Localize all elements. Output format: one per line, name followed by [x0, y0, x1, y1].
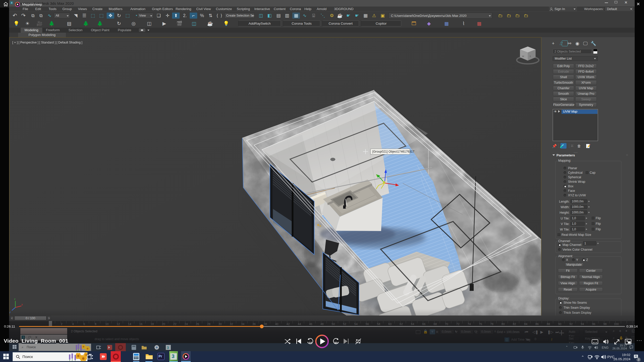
svg-text:y: y	[376, 174, 378, 177]
svg-text:y: y	[10, 310, 11, 313]
svg-text:[Group021] Object1746176317: [Group021] Object1746176317	[372, 150, 415, 153]
svg-text:3: 3	[167, 345, 169, 350]
svg-text:W: W	[522, 55, 524, 58]
svg-text:[ + ] [ Perspective ] [ Standa: [ + ] [ Perspective ] [ Standard ] [ Def…	[12, 41, 82, 44]
svg-text:z: z	[14, 297, 16, 300]
svg-text:S: S	[530, 55, 531, 58]
svg-text:x: x	[21, 303, 23, 306]
